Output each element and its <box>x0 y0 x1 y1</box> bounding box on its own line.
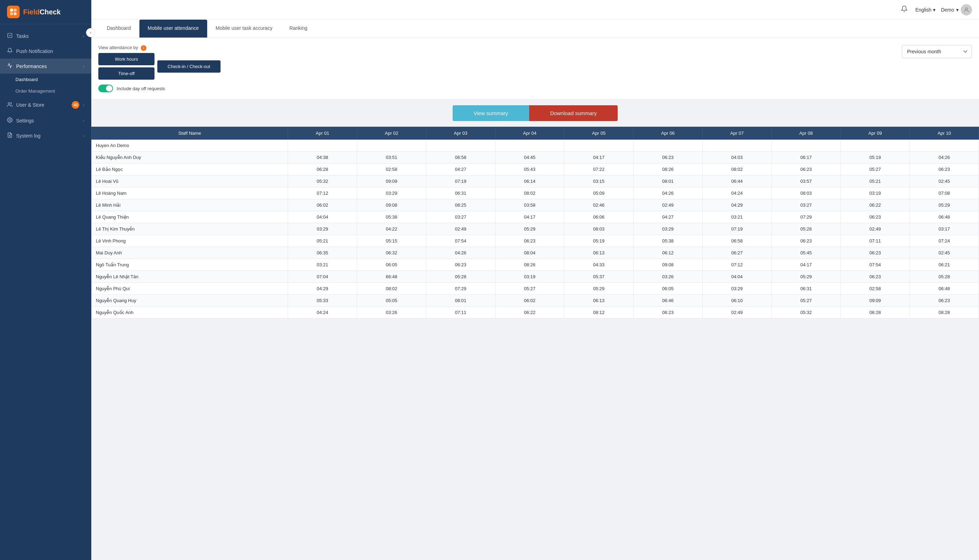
language-selector[interactable]: English ▾ <box>916 7 936 13</box>
table-row: Lê Quang Thiện04:0405:3803:2704:1706:060… <box>92 211 979 223</box>
col-apr07: Apr 07 <box>702 127 772 140</box>
chart-icon <box>7 63 13 70</box>
time-cell: 08:04 <box>495 247 564 259</box>
time-cell: 04:45 <box>495 152 564 163</box>
table-header: Staff Name Apr 01 Apr 02 Apr 03 Apr 04 A… <box>92 127 979 140</box>
logo-icon <box>7 6 20 18</box>
time-cell: 06:06 <box>564 211 633 223</box>
time-cell: 07:04 <box>288 271 357 283</box>
time-cell: 09:08 <box>633 259 703 271</box>
time-cell: 05:05 <box>357 295 426 307</box>
time-cell: 06:17 <box>772 152 840 163</box>
time-cell: 04:17 <box>564 152 633 163</box>
time-cell: 07:11 <box>840 235 910 247</box>
time-cell: 05:45 <box>772 247 840 259</box>
time-cell: 08:03 <box>772 187 840 199</box>
table-row: Nguyễn Quốc Anh04:2403:2607:1106:2208:12… <box>92 307 979 318</box>
sidebar-item-tasks[interactable]: Tasks › <box>0 28 91 43</box>
attendance-table: Staff Name Apr 01 Apr 02 Apr 03 Apr 04 A… <box>91 127 979 318</box>
user-dropdown-icon: ▾ <box>956 7 959 13</box>
tab-ranking-label: Ranking <box>289 25 307 31</box>
sidebar-sub-item-dashboard[interactable]: Dashboard <box>0 74 91 85</box>
filters-row: View attendance by i Work hours Time-off… <box>98 45 972 80</box>
time-cell: 08:25 <box>426 199 495 211</box>
work-timeoff-group: Work hours Time-off <box>98 53 154 80</box>
time-cell: 06:22 <box>840 199 910 211</box>
view-summary-button[interactable]: View summary <box>453 105 529 121</box>
btn-checkin-checkout[interactable]: Check-in / Check-out <box>157 60 221 73</box>
main-area: English ▾ Demo ▾ Dashboard Mobile user a… <box>91 0 979 560</box>
time-cell: 05:15 <box>357 235 426 247</box>
table-row: Lê Bảo Ngọc06:2802:5804:2705:4307:2208:2… <box>92 163 979 175</box>
table-row: Lê Minh Hải06:0209:0808:2503:5802:4602:4… <box>92 199 979 211</box>
table-row: Kiều Nguyễn Anh Duy04:3803:5106:5804:450… <box>92 152 979 163</box>
time-cell: 05:37 <box>564 271 633 283</box>
time-cell: 05:09 <box>564 187 633 199</box>
staff-name-cell: Nguyễn Lê Nhật Tân <box>92 271 288 283</box>
sidebar-sub-item-order-management[interactable]: Order Management <box>0 85 91 97</box>
time-cell: 02:49 <box>633 199 703 211</box>
tab-dashboard[interactable]: Dashboard <box>98 20 139 38</box>
time-cell: 03:26 <box>633 271 703 283</box>
time-cell: 06:23 <box>910 295 979 307</box>
staff-name-cell: Lê Hoài Vũ <box>92 175 288 187</box>
staff-name-cell: Nguyễn Quốc Anh <box>92 307 288 318</box>
sidebar-item-push-notification[interactable]: Push Notification <box>0 43 91 58</box>
time-cell: 06:22 <box>495 307 564 318</box>
sidebar-item-settings[interactable]: Settings › <box>0 113 91 128</box>
time-cell: 05:29 <box>495 223 564 235</box>
attendance-btn-group: Work hours Time-off Check-in / Check-out <box>98 53 221 80</box>
tasks-icon <box>7 33 13 39</box>
day-off-toggle[interactable] <box>98 85 113 92</box>
download-summary-button[interactable]: Download summary <box>529 105 618 121</box>
user-menu[interactable]: Demo ▾ <box>941 4 972 15</box>
time-cell: 06:02 <box>495 295 564 307</box>
sidebar-collapse-button[interactable]: ‹ <box>86 28 95 37</box>
time-cell: 07:19 <box>702 223 772 235</box>
period-select[interactable]: Previous month Current month Last 7 days… <box>902 45 972 58</box>
tab-mobile-user-attendance[interactable]: Mobile user attendance <box>139 20 207 38</box>
notifications-button[interactable] <box>899 4 910 15</box>
staff-name-cell: Mai Duy Anh <box>92 247 288 259</box>
time-cell: 06:21 <box>910 259 979 271</box>
time-cell: 08:02 <box>495 187 564 199</box>
table-row: Mai Duy Anh06:3506:3204:2608:0406:1306:1… <box>92 247 979 259</box>
time-cell: 07:12 <box>702 259 772 271</box>
checkin-btn-wrap: Check-in / Check-out <box>157 53 221 80</box>
time-cell <box>357 140 426 152</box>
time-cell: 03:29 <box>357 187 426 199</box>
user-label: Demo <box>941 7 954 13</box>
lang-label: English <box>916 7 932 13</box>
sidebar-item-user-store[interactable]: User & Store 43 › <box>0 97 91 113</box>
time-cell: 03:19 <box>840 187 910 199</box>
time-cell: 03:57 <box>772 175 840 187</box>
system-log-chevron: › <box>83 134 84 138</box>
info-icon[interactable]: i <box>141 45 147 51</box>
time-cell: 09:09 <box>357 175 426 187</box>
sidebar-item-performances[interactable]: Performances › <box>0 58 91 74</box>
staff-name-cell: Lê Hoàng Nam <box>92 187 288 199</box>
time-cell: 06:23 <box>840 211 910 223</box>
time-cell: 08:02 <box>702 163 772 175</box>
time-cell: 06:23 <box>633 152 703 163</box>
svg-rect-2 <box>10 12 13 15</box>
col-apr10: Apr 10 <box>910 127 979 140</box>
btn-time-off[interactable]: Time-off <box>98 67 154 80</box>
users-icon <box>7 102 13 108</box>
time-cell: 06:32 <box>357 247 426 259</box>
tab-ranking[interactable]: Ranking <box>281 20 316 38</box>
time-cell: 05:28 <box>910 271 979 283</box>
time-cell: 06:05 <box>633 283 703 295</box>
time-cell <box>564 140 633 152</box>
time-cell: 05:33 <box>288 295 357 307</box>
time-cell: 05:19 <box>840 152 910 163</box>
time-cell: 03:27 <box>426 211 495 223</box>
time-cell: 06:48 <box>910 283 979 295</box>
staff-name-cell: Nguyễn Quang Huy <box>92 295 288 307</box>
tab-mobile-user-task-accuracy[interactable]: Mobile user task accuracy <box>207 20 281 38</box>
sidebar-item-system-log[interactable]: System log › <box>0 128 91 143</box>
sidebar-item-settings-label: Settings <box>16 118 79 123</box>
col-apr04: Apr 04 <box>495 127 564 140</box>
time-cell: 06:02 <box>288 199 357 211</box>
btn-work-hours[interactable]: Work hours <box>98 53 154 65</box>
